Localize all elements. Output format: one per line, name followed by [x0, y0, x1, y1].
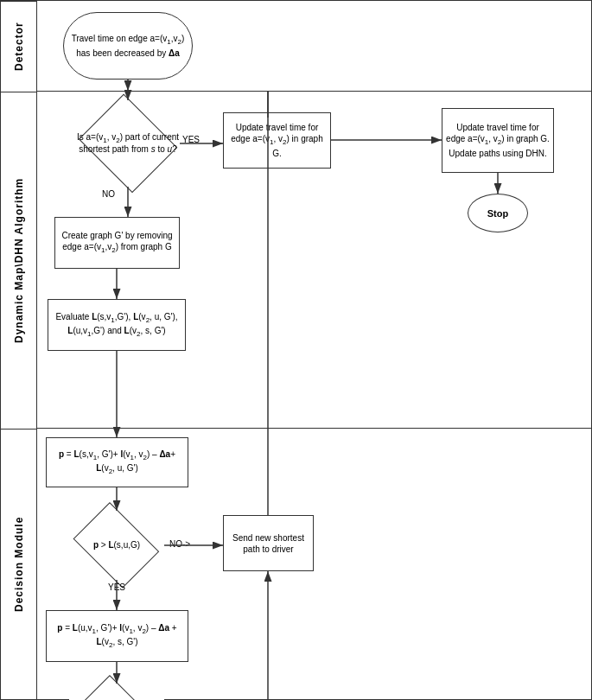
content-column: Travel time on edge a=(v1,v2) has been d…	[37, 1, 591, 699]
label-dynamic: Dynamic Map\DHN Algorithm	[1, 92, 36, 429]
rect-create-graph: Create graph G' by removing edge a=(v1,v…	[54, 217, 180, 269]
label-yes-1: YES	[182, 135, 200, 144]
label-no-2: NO->	[169, 539, 190, 549]
section-decision: p = L(s,v1, G')+ l(v1, v2) – Δa+ L(v2, u…	[37, 429, 591, 699]
rect-p2: p = L(u,v1, G')+ l(v1, v2) – Δa + L(v2, …	[46, 610, 188, 662]
stop-oval: Stop	[468, 194, 528, 232]
main-container: Detector Dynamic Map\DHN Algorithm Decis…	[0, 0, 592, 700]
rect-update-left: Update travel time for edge a=(v1, v2) i…	[223, 112, 331, 169]
label-decision: Decision Module	[1, 429, 36, 699]
label-no-1: NO	[102, 189, 115, 199]
rect-evaluate: Evaluate L(s,v1,G'), L(v2, u, G'), L(u,v…	[48, 299, 186, 351]
label-yes-2: YES	[108, 582, 125, 592]
rect-send-path: Send new shortest path to driver	[223, 515, 314, 571]
diamond-shortest-path: Is a=(v1, v2) part of current shortest p…	[76, 100, 180, 187]
section-detector: Travel time on edge a=(v1,v2) has been d…	[37, 1, 591, 92]
rect-p1: p = L(s,v1, G')+ l(v1, v2) – Δa+ L(v2, u…	[46, 437, 188, 487]
rect-update-right: Update travel time for edge a=(v1, v2) i…	[442, 108, 554, 173]
detector-oval: Travel time on edge a=(v1,v2) has been d…	[63, 12, 193, 80]
label-detector: Detector	[1, 1, 36, 92]
section-dynamic: Is a=(v1, v2) part of current shortest p…	[37, 92, 591, 429]
labels-column: Detector Dynamic Map\DHN Algorithm Decis…	[1, 1, 37, 699]
diamond-p-greater: p > L(s,u,G)	[69, 511, 164, 580]
diamond-p-greater-2: p>L(s,u,G)	[69, 684, 164, 700]
